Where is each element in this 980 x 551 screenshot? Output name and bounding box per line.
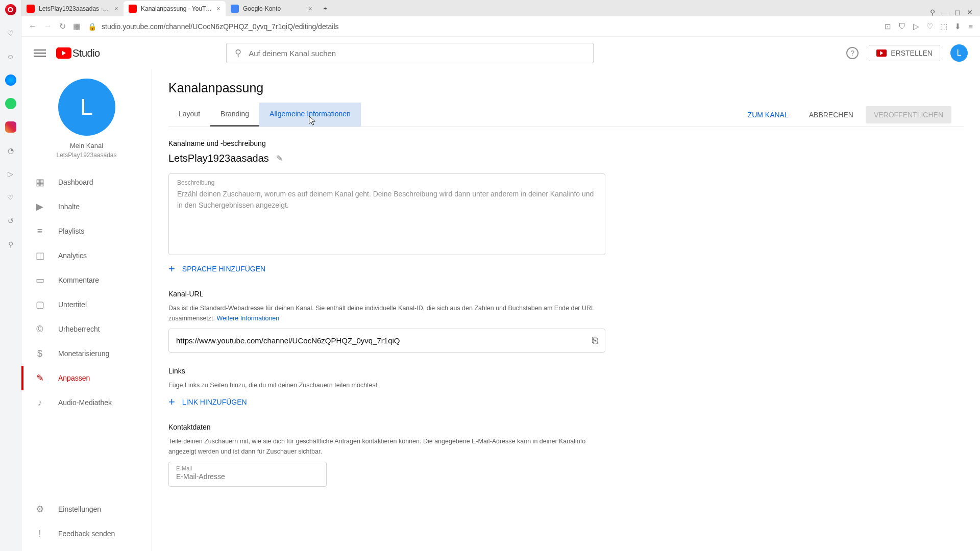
more-info-link[interactable]: Weitere Informationen <box>216 315 279 322</box>
channel-url[interactable]: https://www.youtube.com/channel/UCocN6zQ… <box>176 336 592 345</box>
nav-feedback[interactable]: !Feedback senden <box>21 521 152 546</box>
studio-header: Studio ⚲ ? ERSTELLEN L <box>21 37 980 69</box>
new-tab-button[interactable]: + <box>317 1 333 16</box>
nav-label: Inhalte <box>58 203 80 211</box>
description-field[interactable]: Beschreibung Erzähl deinen Zuschauern, w… <box>168 173 605 255</box>
dashboard-icon: ▦ <box>34 176 46 188</box>
nav-comments[interactable]: ▭Kommentare <box>21 268 152 292</box>
avatar[interactable]: L <box>950 44 968 62</box>
add-language-button[interactable]: + SPRACHE HINZUFÜGEN <box>168 262 605 276</box>
opera-logo-icon[interactable]: O <box>5 4 16 15</box>
nav-dashboard[interactable]: ▦Dashboard <box>21 170 152 194</box>
speed-dial-icon[interactable]: ▦ <box>73 21 81 31</box>
add-link-button[interactable]: + LINK HINZUFÜGEN <box>168 395 605 409</box>
camera-icon[interactable]: ⊡ <box>885 22 891 31</box>
opera-heart-icon[interactable]: ♡ <box>5 192 16 203</box>
section-name-heading: Kanalname und -beschreibung <box>168 139 605 147</box>
opera-location-icon[interactable]: ⚲ <box>5 239 16 250</box>
shield-icon[interactable]: ⛉ <box>898 22 906 31</box>
tab-layout[interactable]: Layout <box>168 103 210 127</box>
nav-playlists[interactable]: ≡Playlists <box>21 219 152 243</box>
close-icon[interactable]: × <box>216 5 220 13</box>
window-close-icon[interactable]: ✕ <box>967 8 973 16</box>
channel-name-small: LetsPlay1923aasadas <box>21 152 152 159</box>
search-box[interactable]: ⚲ <box>226 43 594 63</box>
favicon-icon <box>231 5 239 13</box>
nav-label: Kommentare <box>58 276 99 284</box>
instagram-icon[interactable] <box>5 121 16 133</box>
nav-copyright[interactable]: ©Urheberrecht <box>21 317 152 341</box>
cube-icon[interactable]: ⬚ <box>940 22 947 31</box>
studio-logo[interactable]: Studio <box>56 47 100 59</box>
edit-icon[interactable]: ✎ <box>276 154 283 163</box>
close-icon[interactable]: × <box>114 5 118 13</box>
browser-search-icon[interactable]: ⚲ <box>930 8 935 16</box>
add-language-label: SPRACHE HINZUFÜGEN <box>182 265 265 273</box>
youtube-icon <box>56 47 71 59</box>
close-icon[interactable]: × <box>308 5 312 13</box>
nav-subtitles[interactable]: ▢Untertitel <box>21 292 152 317</box>
search-input[interactable] <box>249 49 585 58</box>
cancel-button[interactable]: ABBRECHEN <box>801 106 862 123</box>
whatsapp-icon[interactable] <box>5 98 16 109</box>
plus-icon: + <box>168 262 175 276</box>
opera-user-icon[interactable]: ☺ <box>5 51 16 62</box>
nav-settings[interactable]: ⚙Einstellungen <box>21 497 152 521</box>
toolbar: Layout Branding Allgemeine Informationen… <box>168 103 964 127</box>
nav-analytics[interactable]: ◫Analytics <box>21 243 152 268</box>
browser-tab-active[interactable]: Kanalanpassung - YouTube × <box>124 1 226 16</box>
view-channel-button[interactable]: ZUM KANAL <box>740 106 797 123</box>
nav-audio[interactable]: ♪Audio-Mediathek <box>21 390 152 415</box>
create-label: ERSTELLEN <box>891 49 933 57</box>
messenger-icon[interactable] <box>5 74 16 86</box>
lock-icon: 🔒 <box>88 22 96 31</box>
email-label: E-Mail <box>176 465 319 471</box>
email-input[interactable] <box>176 472 319 481</box>
channel-avatar[interactable]: L <box>58 79 115 136</box>
opera-play-icon[interactable]: ▷ <box>5 168 16 180</box>
download-icon[interactable]: ⬇ <box>954 22 961 31</box>
reload-icon[interactable]: ↻ <box>59 21 66 31</box>
content-body: Kanalname und -beschreibung LetsPlay1923… <box>152 127 622 499</box>
nav-label: Playlists <box>58 227 84 235</box>
nav-monetization[interactable]: $Monetarisierung <box>21 341 152 366</box>
window-minimize-icon[interactable]: — <box>941 8 948 16</box>
action-buttons: ZUM KANAL ABBRECHEN VERÖFFENTLICHEN <box>740 106 964 123</box>
nav-label: Urheberrecht <box>58 325 100 333</box>
window-maximize-icon[interactable]: ◻ <box>954 8 961 16</box>
opera-clock-icon[interactable]: ◔ <box>5 145 16 156</box>
nav-label: Einstellungen <box>58 505 101 513</box>
tabs: Layout Branding Allgemeine Informationen <box>168 103 361 127</box>
nav-label: Untertitel <box>58 300 87 309</box>
heart-icon[interactable]: ♡ <box>926 22 933 31</box>
channel-name: LetsPlay1923aasadas <box>168 153 269 164</box>
tab-basic-info[interactable]: Allgemeine Informationen <box>259 103 361 127</box>
browser-tab[interactable]: Google-Konto × <box>226 1 317 16</box>
create-button[interactable]: ERSTELLEN <box>869 45 940 61</box>
nav-content[interactable]: ▶Inhalte <box>21 194 152 219</box>
email-field-container[interactable]: E-Mail <box>168 462 327 487</box>
send-icon[interactable]: ▷ <box>913 22 919 31</box>
customization-icon: ✎ <box>34 372 46 384</box>
copy-icon[interactable]: ⎘ <box>592 335 598 346</box>
hamburger-icon[interactable] <box>34 47 46 59</box>
nav-label: Audio-Mediathek <box>58 398 112 407</box>
back-icon[interactable]: ← <box>29 21 37 31</box>
tab-title: Google-Konto <box>243 5 304 12</box>
browser-tab-strip: LetsPlay1923aasadas - You × Kanalanpassu… <box>21 0 980 16</box>
tab-branding[interactable]: Branding <box>210 103 259 127</box>
browser-tab[interactable]: LetsPlay1923aasadas - You × <box>21 1 124 16</box>
help-icon[interactable]: ? <box>846 47 859 59</box>
opera-history-icon[interactable]: ↺ <box>5 215 16 227</box>
left-nav: L Mein Kanal LetsPlay1923aasadas ▦Dashbo… <box>21 69 152 551</box>
menu-icon[interactable]: ≡ <box>968 22 973 31</box>
url-field[interactable]: 🔒 studio.youtube.com/channel/UCocN6zQPHQ… <box>88 22 877 31</box>
window-controls: ⚲ — ◻ ✕ <box>930 8 980 16</box>
nav-customization[interactable]: ✎Anpassen <box>21 366 152 390</box>
opera-bookmark-icon[interactable]: ♡ <box>5 28 16 39</box>
forward-icon[interactable]: → <box>44 21 52 31</box>
logo-text: Studio <box>72 47 100 59</box>
url-help-text: Das ist die Standard-Webadresse für dein… <box>168 303 605 323</box>
address-bar-actions: ⊡ ⛉ ▷ ♡ ⬚ ⬇ ≡ <box>885 22 973 31</box>
nav-label: Anpassen <box>58 374 90 382</box>
